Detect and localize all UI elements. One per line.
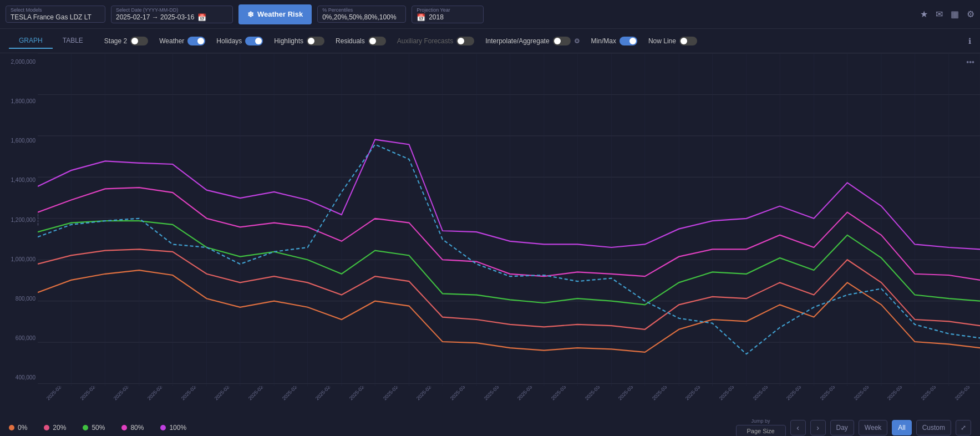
x-date-27: 2025-03-16: [953, 386, 976, 401]
holidays-toggle-group: Holidays: [216, 37, 263, 45]
legend-dot-80pct: [121, 425, 127, 430]
model-selector[interactable]: Select Models TESLA France Gas LDZ LT: [6, 6, 105, 23]
chart-section: ••• 2,000,000 1,800,000 1,600,000 1,400,…: [0, 53, 980, 419]
projection-value: 2018: [429, 13, 444, 21]
x-date-7: 2025-02-24: [281, 386, 303, 401]
chart-svg: [38, 53, 980, 386]
weather-risk-label: Weather Risk: [257, 10, 303, 18]
interpolate-gear-icon[interactable]: ⚙: [574, 37, 580, 45]
auxiliary-label: Auxiliary Forecasts: [397, 37, 453, 45]
y-label-800000: 800,000: [0, 296, 35, 302]
interpolate-toggle[interactable]: [553, 37, 571, 45]
stage2-toggle[interactable]: [130, 37, 148, 45]
line-100pct: [38, 140, 980, 250]
mail-icon[interactable]: ✉: [936, 9, 943, 19]
x-date-6: 2025-02-23: [247, 386, 270, 401]
page-size-label: Page Size: [747, 428, 774, 434]
y-label-400000: 400,000: [0, 374, 35, 381]
expand-btn[interactable]: ⤢: [956, 420, 971, 435]
weather-risk-button[interactable]: ❄ Weather Risk: [238, 4, 312, 24]
legend-100pct: 100%: [160, 424, 186, 432]
weather-toggle-group: Weather: [159, 37, 205, 45]
percentiles-selector[interactable]: % Percentiles 0%,20%,50%,80%,100%: [317, 6, 406, 23]
y-label-600000: 600,000: [0, 335, 35, 341]
x-date-18: 2025-03-07: [651, 386, 673, 401]
all-btn[interactable]: All: [892, 420, 911, 435]
auxiliary-toggle-group: Auxiliary Forecasts: [397, 37, 474, 45]
projection-label: Projection Year: [417, 7, 479, 13]
date-selector[interactable]: Select Date (YYYY-MM-DD) 2025-02-17 → 20…: [111, 6, 233, 23]
residuals-label: Residuals: [336, 37, 365, 45]
prev-btn[interactable]: ‹: [790, 420, 806, 435]
y-label-1600000: 1,600,000: [0, 138, 35, 144]
x-date-15: 2025-03-04: [550, 386, 572, 401]
holidays-label: Holidays: [216, 37, 242, 45]
star-icon[interactable]: ★: [920, 9, 928, 19]
x-date-23: 2025-03-12: [819, 386, 841, 401]
legend-0pct: 0%: [9, 424, 27, 432]
week-btn[interactable]: Week: [859, 420, 887, 435]
y-label-1400000: 1,400,000: [0, 177, 35, 183]
chart-icon[interactable]: ▦: [951, 9, 959, 19]
line-80pct: [38, 187, 980, 280]
legend-label-50pct: 50%: [92, 424, 105, 432]
page-size-input[interactable]: Page Size: [736, 425, 786, 436]
model-value: TESLA France Gas LDZ LT: [11, 13, 100, 21]
x-date-13: 2025-03-02: [483, 386, 505, 401]
projection-cal-icon: 📅: [417, 13, 425, 22]
x-date-11: 2025-02-28: [415, 386, 438, 401]
chart-container: 2,000,000 1,800,000 1,600,000 1,400,000 …: [0, 53, 980, 386]
x-date-16: 2025-03-05: [583, 386, 606, 401]
legend-80pct: 80%: [121, 424, 144, 432]
auxiliary-toggle[interactable]: [456, 37, 474, 45]
jump-by-container: Jump by Page Size: [736, 418, 786, 436]
x-date-25: 2025-03-14: [886, 386, 908, 401]
legend-dot-20pct: [44, 425, 49, 430]
snowflake-icon: ❄: [247, 10, 254, 19]
nowline-toggle[interactable]: [679, 37, 697, 45]
y-label-1200000: 1,200,000: [0, 217, 35, 223]
x-date-5: 2025-02-22: [214, 386, 236, 401]
nowline-toggle-group: Now Line: [648, 37, 697, 45]
line-2018d0: [38, 144, 980, 354]
day-btn[interactable]: Day: [830, 420, 854, 435]
weather-toggle[interactable]: [187, 37, 205, 45]
tab-graph[interactable]: GRAPH: [9, 33, 53, 49]
x-date-0: 2025-02-17: [45, 386, 68, 401]
tab-group: GRAPH TABLE: [9, 33, 93, 49]
legend-row-1: 0% 20% 50% 80% 100% Jump by Page Size ‹ …: [0, 419, 980, 436]
custom-btn[interactable]: Custom: [916, 420, 951, 435]
x-date-20: 2025-03-09: [718, 386, 740, 401]
minmax-toggle-group: Min/Max: [591, 37, 637, 45]
tab-table[interactable]: TABLE: [53, 33, 93, 49]
holidays-toggle[interactable]: [245, 37, 263, 45]
y-label-2000000: 2,000,000: [0, 59, 35, 65]
y-axis: 2,000,000 1,800,000 1,600,000 1,400,000 …: [0, 53, 38, 386]
top-bar: Select Models TESLA France Gas LDZ LT Se…: [0, 0, 980, 29]
minmax-label: Min/Max: [591, 37, 616, 45]
interpolate-label: Interpolate/Aggregate: [485, 37, 549, 45]
legend-dot-100pct: [160, 425, 166, 430]
x-date-17: 2025-03-06: [617, 386, 639, 401]
weather-label: Weather: [159, 37, 184, 45]
residuals-toggle[interactable]: [368, 37, 386, 45]
minmax-toggle[interactable]: [620, 37, 637, 45]
interpolate-toggle-group: Interpolate/Aggregate ⚙: [485, 37, 580, 45]
percentiles-value: 0%,20%,50%,80%,100%: [322, 13, 401, 21]
x-date-21: 2025-03-10: [752, 386, 774, 401]
projection-year-selector[interactable]: Projection Year 📅 2018: [412, 6, 484, 23]
x-date-26: 2025-03-15: [920, 386, 942, 401]
settings-icon[interactable]: ⚙: [967, 9, 974, 19]
chart-area: Load: [38, 53, 980, 386]
x-date-10: 2025-02-27: [382, 386, 404, 401]
legend-20pct: 20%: [44, 424, 66, 432]
info-icon[interactable]: ℹ: [968, 37, 971, 45]
legend-label-100pct: 100%: [169, 424, 186, 432]
top-right-icons: ★ ✉ ▦ ⚙: [920, 9, 974, 19]
toolbar: GRAPH TABLE Stage 2 Weather Holidays Hig…: [0, 29, 980, 53]
expand-icon: ⤢: [961, 424, 966, 432]
calendar-icon: 📅: [197, 13, 206, 22]
highlights-toggle[interactable]: [307, 37, 324, 45]
bottom-controls: Jump by Page Size ‹ › Day Week All Custo…: [736, 418, 972, 436]
next-btn[interactable]: ›: [810, 420, 826, 435]
